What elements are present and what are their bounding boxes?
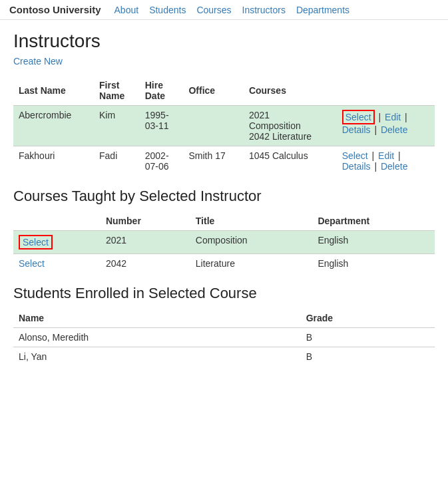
details-abercrombie-link[interactable]: Details bbox=[342, 124, 371, 135]
main-content: Instructors Create New Last Name FirstNa… bbox=[0, 20, 448, 381]
delete-fakhouri-link[interactable]: Delete bbox=[381, 161, 407, 172]
col-hire-date: HireDate bbox=[140, 76, 184, 106]
instructors-table: Last Name FirstName HireDate Office Cour… bbox=[13, 76, 435, 176]
course-select-cell: Select bbox=[13, 254, 101, 273]
select-abercrombie-link[interactable]: Select bbox=[342, 110, 375, 124]
course-title: Composition bbox=[190, 231, 313, 254]
nav-instructors[interactable]: Instructors bbox=[242, 5, 286, 15]
student-grade: B bbox=[301, 328, 435, 347]
instructor-hiredate: 1995-03-11 bbox=[140, 106, 184, 146]
col-name: Name bbox=[13, 309, 301, 328]
col-actions bbox=[337, 76, 435, 106]
nav-courses[interactable]: Courses bbox=[196, 5, 231, 15]
students-section-title: Students Enrolled in Selected Course bbox=[13, 285, 435, 302]
nav-students[interactable]: Students bbox=[149, 5, 186, 15]
col-title: Title bbox=[190, 212, 313, 231]
student-name: Li, Yan bbox=[13, 347, 301, 367]
details-fakhouri-link[interactable]: Details bbox=[342, 161, 371, 172]
instructor-office: Smith 17 bbox=[183, 146, 243, 176]
col-last-name: Last Name bbox=[13, 76, 94, 106]
navbar: Contoso University About Students Course… bbox=[0, 0, 448, 20]
table-row: Select 2042 Literature English bbox=[13, 254, 435, 273]
col-department: Department bbox=[312, 212, 435, 231]
instructor-office bbox=[183, 106, 243, 146]
nav-links: About Students Courses Instructors Depar… bbox=[114, 5, 350, 15]
col-select bbox=[13, 212, 101, 231]
course-number: 2042 bbox=[101, 254, 190, 273]
students-table: Name Grade Alonso, Meredith B Li, Yan B bbox=[13, 309, 435, 366]
course-department: English bbox=[312, 254, 435, 273]
course-number: 2021 bbox=[101, 231, 190, 254]
table-row: Select 2021 Composition English bbox=[13, 231, 435, 254]
table-row: Li, Yan B bbox=[13, 347, 435, 367]
edit-abercrombie-link[interactable]: Edit bbox=[385, 112, 401, 122]
course-title: Literature bbox=[190, 254, 313, 273]
table-row: Fakhouri Fadi 2002-07-06 Smith 17 1045 C… bbox=[13, 146, 435, 176]
instructor-lastname: Fakhouri bbox=[13, 146, 94, 176]
col-courses: Courses bbox=[244, 76, 337, 106]
col-first-name: FirstName bbox=[94, 76, 140, 106]
col-number: Number bbox=[101, 212, 190, 231]
nav-brand: Contoso University bbox=[9, 4, 101, 15]
page-title: Instructors bbox=[13, 31, 435, 52]
col-grade: Grade bbox=[301, 309, 435, 328]
student-name: Alonso, Meredith bbox=[13, 328, 301, 347]
courses-table: Number Title Department Select 2021 Comp… bbox=[13, 212, 435, 273]
table-row: Abercrombie Kim 1995-03-11 2021Compositi… bbox=[13, 106, 435, 146]
courses-section-title: Courses Taught by Selected Instructor bbox=[13, 188, 435, 205]
nav-about[interactable]: About bbox=[114, 5, 139, 15]
instructor-actions: Select | Edit | Details | Delete bbox=[337, 106, 435, 146]
table-row: Alonso, Meredith B bbox=[13, 328, 435, 347]
instructor-actions: Select | Edit | Details | Delete bbox=[337, 146, 435, 176]
nav-departments[interactable]: Departments bbox=[296, 5, 349, 15]
delete-abercrombie-link[interactable]: Delete bbox=[381, 124, 407, 135]
instructor-lastname: Abercrombie bbox=[13, 106, 94, 146]
create-new-link[interactable]: Create New bbox=[13, 56, 63, 67]
instructor-firstname: Kim bbox=[94, 106, 140, 146]
instructor-hiredate: 2002-07-06 bbox=[140, 146, 184, 176]
select-course-2042-link[interactable]: Select bbox=[19, 258, 45, 269]
instructor-courses: 1045 Calculus bbox=[244, 146, 337, 176]
edit-fakhouri-link[interactable]: Edit bbox=[378, 150, 394, 161]
course-department: English bbox=[312, 231, 435, 254]
select-fakhouri-link[interactable]: Select bbox=[342, 150, 368, 161]
select-course-2021-link[interactable]: Select bbox=[19, 235, 53, 250]
instructor-firstname: Fadi bbox=[94, 146, 140, 176]
student-grade: B bbox=[301, 347, 435, 367]
instructor-courses: 2021Composition2042 Literature bbox=[244, 106, 337, 146]
course-select-cell: Select bbox=[13, 231, 101, 254]
col-office: Office bbox=[183, 76, 243, 106]
